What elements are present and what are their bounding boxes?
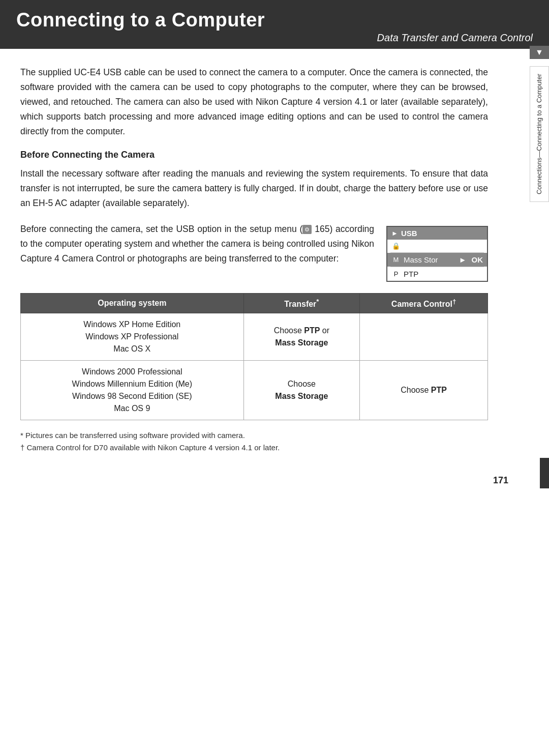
usb-menu-header: ► USB xyxy=(387,227,487,240)
table-header-os: Operating system xyxy=(21,294,244,313)
main-content: The supplied UC-E4 USB cable can be used… xyxy=(0,49,529,470)
usb-section: Before connecting the camera, set the US… xyxy=(20,222,488,282)
usb-menu-row-ptp: P PTP xyxy=(387,267,487,281)
para2-setup-ref: 165 xyxy=(315,224,329,234)
scroll-indicator: ▼ xyxy=(530,46,549,59)
table-header-transfer: Transfer* xyxy=(243,294,360,313)
table-cell-transfer-1: Choose PTP orMass Storage xyxy=(243,313,360,361)
usb-text-block: Before connecting the camera, set the US… xyxy=(20,222,374,266)
table-row-1: Windows XP Home EditionWindows XP Profes… xyxy=(21,313,488,361)
page-number: 171 xyxy=(0,470,549,491)
arrow-icon: ► xyxy=(459,255,467,264)
mass-storage-bold-1: Mass Storage xyxy=(275,338,328,347)
page-header: Connecting to a Computer Data Transfer a… xyxy=(0,0,549,49)
table-cell-control-2: Choose PTP xyxy=(360,361,488,420)
scrollbar-thumb[interactable] xyxy=(540,458,549,488)
footnote-dagger: † Camera Control for D70 available with … xyxy=(20,442,488,454)
table-cell-control-1 xyxy=(360,313,488,361)
mass-storage-bold-2: Mass Storage xyxy=(275,392,328,400)
pencil-icon: M xyxy=(391,256,401,264)
usb-menu-header-arrow: ► xyxy=(391,229,398,237)
intro-paragraph: The supplied UC-E4 USB cable can be used… xyxy=(20,65,488,138)
lock-icon: 🔒 xyxy=(391,242,401,250)
footnote-star: * Pictures can be transferred using soft… xyxy=(20,429,488,442)
setup-icon: ⚙ xyxy=(302,225,312,234)
page-subtitle: Data Transfer and Camera Control xyxy=(16,32,533,44)
usb-menu-header-label: USB xyxy=(401,229,417,238)
ptp-bold-2: PTP xyxy=(431,386,447,394)
ptp-letter: P xyxy=(391,270,401,278)
usb-menu-row-massstor: M Mass Stor ► OK xyxy=(387,253,487,267)
table-row-2: Windows 2000 ProfessionalWindows Millenn… xyxy=(21,361,488,420)
usb-menu-row-lock: 🔒 xyxy=(387,240,487,252)
side-tab-label: Connections—Connecting to a Computer xyxy=(535,74,544,194)
usb-menu: ► USB 🔒 M Mass Stor ► OK xyxy=(386,226,488,282)
table-header-camera-control: Camera Control† xyxy=(360,294,488,313)
usb-menu-body: 🔒 M Mass Stor ► OK P PTP xyxy=(387,240,487,281)
para2-part1: Before connecting the camera, set the US… xyxy=(20,224,302,234)
ptp-bold: PTP xyxy=(304,326,320,335)
side-tab: Connections—Connecting to a Computer xyxy=(530,66,549,202)
table-cell-os-2: Windows 2000 ProfessionalWindows Millenn… xyxy=(21,361,244,420)
table-cell-transfer-2: ChooseMass Storage xyxy=(243,361,360,420)
footnotes: * Pictures can be transferred using soft… xyxy=(20,429,488,454)
ok-label: OK xyxy=(472,255,483,264)
os-table: Operating system Transfer* Camera Contro… xyxy=(20,293,488,420)
massstor-label: Mass Stor xyxy=(404,255,456,264)
section-heading: Before Connecting the Camera xyxy=(20,150,488,160)
body-para-1: Install the necessary software after rea… xyxy=(20,166,488,211)
table-cell-os-1: Windows XP Home EditionWindows XP Profes… xyxy=(21,313,244,361)
ptp-label: PTP xyxy=(404,270,483,278)
page-title: Connecting to a Computer xyxy=(16,9,533,31)
